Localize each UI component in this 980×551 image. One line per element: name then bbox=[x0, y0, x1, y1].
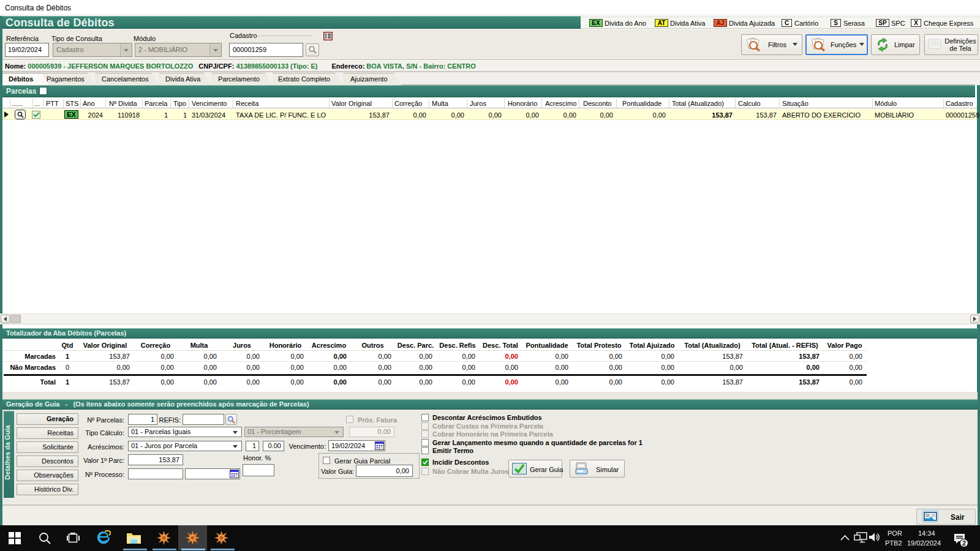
svg-text:2: 2 bbox=[962, 539, 966, 547]
